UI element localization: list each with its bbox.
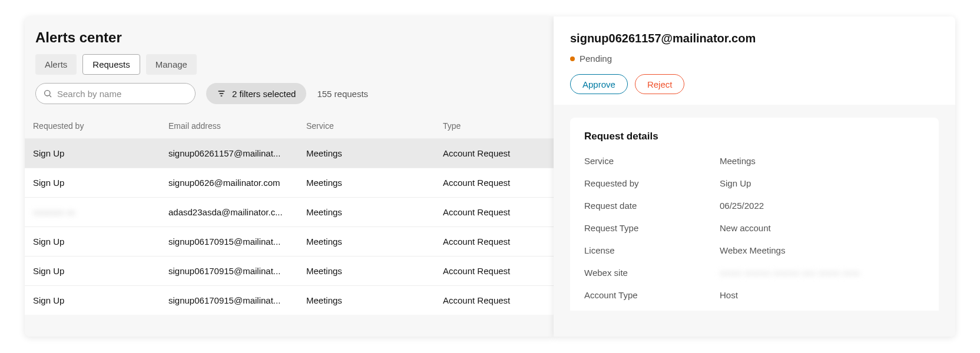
cell-email: signup06170915@mailinat... [168,295,306,305]
kv-account-type: Account Type Host [584,284,925,306]
table-row[interactable]: Sign Up signup06170915@mailinat... Meeti… [25,285,554,315]
tab-requests[interactable]: Requests [82,54,140,75]
kv-key: Request Type [584,223,720,233]
kv-key: Service [584,156,720,166]
kv-key: Requested by [584,178,720,188]
cell-service: Meetings [306,295,443,305]
table-row[interactable]: Sign Up signup0626@mailinator.com Meetin… [25,168,554,197]
cell-requested-by: Sign Up [33,148,168,158]
kv-value: Meetings [720,156,925,166]
kv-value: 06/25/2022 [720,201,925,211]
table-row[interactable]: Sign Up signup06261157@mailinat... Meeti… [25,138,554,168]
search-input[interactable] [57,89,188,99]
filters-label: 2 filters selected [232,89,296,99]
kv-key: Account Type [584,290,720,300]
status-dot-icon [570,56,575,61]
request-detail-panel: signup06261157@mailinator.com Pending Ap… [554,16,955,337]
filters-button[interactable]: 2 filters selected [206,83,306,104]
table-row[interactable]: Sign Up signup06170915@mailinat... Meeti… [25,256,554,285]
cell-requested-by: xxxxxxx xx [33,207,168,217]
detail-header: signup06261157@mailinator.com Pending Ap… [554,16,955,105]
search-icon [43,89,52,98]
approve-button[interactable]: Approve [570,74,628,94]
col-email[interactable]: Email address [168,121,306,131]
status-text: Pending [580,54,612,64]
cell-service: Meetings [306,148,443,158]
action-row: Approve Reject [570,74,939,94]
cell-service: Meetings [306,207,443,217]
cell-service: Meetings [306,266,443,276]
cell-email: signup06261157@mailinat... [168,148,306,158]
cell-requested-by: Sign Up [33,178,168,188]
table-row[interactable]: Sign Up signup06170915@mailinat... Meeti… [25,227,554,256]
cell-type: Account Request [443,207,545,217]
kv-key: Webex site [584,268,720,278]
cell-type: Account Request [443,178,545,188]
kv-license: License Webex Meetings [584,239,925,261]
tab-alerts[interactable]: Alerts [35,54,77,75]
svg-point-0 [45,91,50,96]
cell-type: Account Request [443,266,545,276]
table-row[interactable]: xxxxxxx xx adasd23asda@mailinator.c... M… [25,197,554,227]
cell-requested-by: Sign Up [33,237,168,247]
cell-email: signup06170915@mailinat... [168,237,306,247]
kv-key: License [584,245,720,255]
toolbar: 2 filters selected 155 requests [25,83,554,114]
table-body: Sign Up signup06261157@mailinat... Meeti… [25,138,554,315]
kv-webex-site: Webex site xxxxx xxxxxx xxxxxx xxx xxxxx… [584,261,925,284]
cell-type: Account Request [443,148,545,158]
kv-value: New account [720,223,925,233]
search-field-wrap[interactable] [35,83,196,104]
cell-email: signup06170915@mailinat... [168,266,306,276]
cell-email: adasd23asda@mailinator.c... [168,207,306,217]
cell-requested-by: Sign Up [33,295,168,305]
kv-value: Host [720,290,925,300]
kv-value: xxxxx xxxxxx xxxxxx xxx xxxxx xxxx [720,268,925,278]
kv-requested-by: Requested by Sign Up [584,172,925,194]
alerts-center-panel: Alerts center Alerts Requests Manage [25,16,554,337]
cell-type: Account Request [443,295,545,305]
request-details-heading: Request details [584,131,925,142]
detail-title: signup06261157@mailinator.com [570,32,939,45]
reject-button[interactable]: Reject [635,74,685,94]
requests-count: 155 requests [317,89,368,99]
cell-service: Meetings [306,237,443,247]
col-requested-by[interactable]: Requested by [33,121,168,131]
cell-type: Account Request [443,237,545,247]
cell-email: signup0626@mailinator.com [168,178,306,188]
col-service[interactable]: Service [306,121,443,131]
tabs: Alerts Requests Manage [25,54,554,83]
kv-request-date: Request date 06/25/2022 [584,194,925,217]
cell-service: Meetings [306,178,443,188]
col-type[interactable]: Type [443,121,545,131]
kv-key: Request date [584,201,720,211]
request-details-card: Request details Service Meetings Request… [570,118,939,311]
filter-icon [217,89,226,98]
cell-requested-by: Sign Up [33,266,168,276]
page-title: Alerts center [25,16,554,54]
svg-line-1 [49,95,51,97]
detail-body: Request details Service Meetings Request… [554,105,955,337]
kv-value: Webex Meetings [720,245,925,255]
kv-value: Sign Up [720,178,925,188]
kv-service: Service Meetings [584,149,925,172]
kv-request-type: Request Type New account [584,217,925,239]
table-header: Requested by Email address Service Type [25,114,554,138]
status-line: Pending [570,54,939,64]
tab-manage[interactable]: Manage [146,54,197,75]
